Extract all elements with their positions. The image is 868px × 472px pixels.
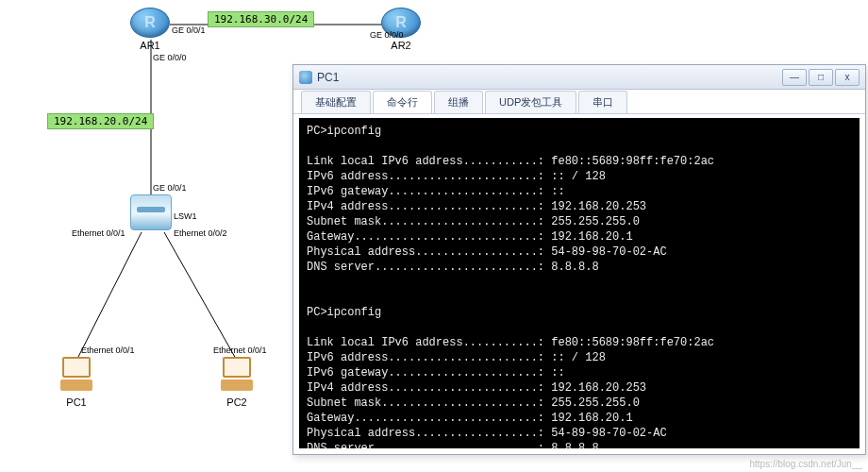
watermark: https://blog.csdn.net/Jun__ xyxy=(749,459,862,469)
port-label-lsw1-g001: GE 0/0/1 xyxy=(153,183,187,193)
network-badge-30: 192.168.30.0/24 xyxy=(208,11,314,27)
port-label-lsw1-e002: Ethernet 0/0/2 xyxy=(174,228,227,238)
maximize-button[interactable]: □ xyxy=(809,69,833,86)
pc1-window[interactable]: PC1 — □ x 基础配置 命令行 组播 UDP发包工具 串口 PC>ipco… xyxy=(292,64,866,455)
device-label: AR2 xyxy=(381,40,421,51)
svg-line-3 xyxy=(164,232,236,359)
port-label-pc2-e001: Ethernet 0/0/1 xyxy=(213,346,267,355)
switch-icon xyxy=(130,194,172,230)
device-label: PC2 xyxy=(219,396,255,408)
close-button[interactable]: x xyxy=(835,69,860,86)
port-label-pc1-e001: Ethernet 0/0/1 xyxy=(81,346,135,355)
device-pc2[interactable]: PC2 xyxy=(219,357,255,408)
device-ar2[interactable]: AR2 xyxy=(381,8,421,51)
tab-bar: 基础配置 命令行 组播 UDP发包工具 串口 xyxy=(293,90,865,114)
pc-icon xyxy=(219,357,255,395)
tab-serial[interactable]: 串口 xyxy=(578,91,627,113)
minimize-button[interactable]: — xyxy=(782,69,807,86)
network-badge-20: 192.168.20.0/24 xyxy=(47,113,154,129)
terminal-output[interactable]: PC>ipconfig Link local IPv6 address.....… xyxy=(299,118,860,448)
port-label-lsw1-e001: Ethernet 0/0/1 xyxy=(72,228,125,238)
tab-udp-tool[interactable]: UDP发包工具 xyxy=(485,91,576,113)
device-label: AR1 xyxy=(130,40,170,51)
pc-icon xyxy=(58,357,94,395)
port-label-ar1-g001: GE 0/0/1 xyxy=(172,25,206,35)
device-lsw1[interactable] xyxy=(130,194,172,230)
device-label-lsw1: LSW1 xyxy=(174,211,197,221)
app-icon xyxy=(299,71,312,84)
tab-cli[interactable]: 命令行 xyxy=(373,91,432,113)
svg-line-2 xyxy=(77,232,142,359)
device-ar1[interactable]: AR1 xyxy=(130,8,170,51)
window-title: PC1 xyxy=(317,71,339,84)
tab-multicast[interactable]: 组播 xyxy=(434,91,483,113)
device-label: PC1 xyxy=(58,396,94,408)
tab-basic-config[interactable]: 基础配置 xyxy=(301,91,371,113)
port-label-ar1-g000: GE 0/0/0 xyxy=(153,53,187,62)
port-label-ar2-g000: GE 0/0/0 xyxy=(370,30,404,40)
device-pc1[interactable]: PC1 xyxy=(58,357,94,408)
router-icon xyxy=(130,8,170,38)
window-titlebar[interactable]: PC1 — □ x xyxy=(293,65,865,90)
